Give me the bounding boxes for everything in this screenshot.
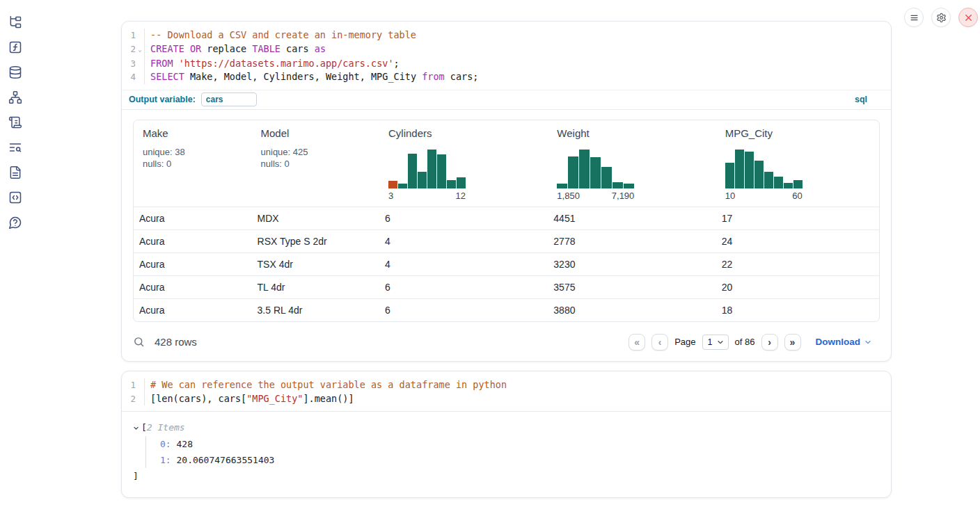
variables-icon[interactable] <box>8 40 22 54</box>
table-row: AcuraMDX6445117 <box>134 207 879 230</box>
line-gutter: 3 <box>122 57 145 71</box>
table-cell: 3230 <box>548 259 716 270</box>
file-tree-icon[interactable] <box>8 15 22 29</box>
last-page-button[interactable]: » <box>784 334 801 351</box>
histogram-bar <box>408 154 417 188</box>
help-icon[interactable] <box>8 216 22 230</box>
code-token: cars; <box>445 71 479 82</box>
table-cell: Acura <box>134 259 252 270</box>
axis-max-label: 12 <box>456 191 466 201</box>
topbar <box>904 8 978 27</box>
histogram-bar <box>437 154 446 188</box>
histogram-bar <box>557 184 567 188</box>
column-label: Model <box>261 127 374 139</box>
pagination: « ‹ Page 1 of 86 › » Download <box>629 334 871 351</box>
code-line: 2[len(cars), cars["MPG_City"].mean()] <box>122 392 891 406</box>
line-number: 1 <box>122 378 136 392</box>
outline-search-icon[interactable] <box>8 140 22 154</box>
code-line-text: SELECT Make, Model, Cylinders, Weight, M… <box>145 70 478 84</box>
column-stat: unique: 38 <box>143 146 246 158</box>
table-cell: Acura <box>134 213 252 224</box>
table-cell: 4451 <box>548 213 716 224</box>
histogram <box>557 150 634 188</box>
output-variable-input[interactable] <box>201 92 257 106</box>
table-cell: MDX <box>252 213 379 224</box>
line-gutter: 1 <box>122 378 145 392</box>
table-cell: 22 <box>716 259 879 270</box>
axis-max-label: 7,190 <box>612 191 635 201</box>
code-token: "MPG_City" <box>246 393 303 404</box>
fold-spacer <box>136 378 144 392</box>
line-number: 2 <box>122 392 136 406</box>
table-row: AcuraTL 4dr6357520 <box>134 275 879 298</box>
table-cell: 3880 <box>548 305 716 316</box>
download-button[interactable]: Download <box>816 337 872 347</box>
code-token: replace <box>201 43 252 54</box>
fold-chevron-icon[interactable]: ⌄ <box>136 42 144 57</box>
table-cell: 6 <box>379 305 548 316</box>
tree-entries: 0: 4281: 20.060747663551403 <box>145 436 880 468</box>
table-cell: Acura <box>134 282 252 293</box>
items-count-label: 2 Items <box>147 421 185 435</box>
sql-code-editor[interactable]: 1-- Download a CSV and create an in-memo… <box>122 22 891 90</box>
table-cell: TL 4dr <box>252 282 379 293</box>
histogram-bar <box>398 184 407 188</box>
dependency-graph-icon[interactable] <box>8 90 22 104</box>
column-header-cylinders[interactable]: Cylinders312 <box>379 120 548 207</box>
first-page-button[interactable]: « <box>629 334 645 351</box>
column-label: Cylinders <box>388 127 542 139</box>
tree-entry-value: 428 <box>171 439 193 449</box>
column-label: Make <box>143 127 246 139</box>
table-cell: 2778 <box>548 236 716 247</box>
chevron-down-icon <box>864 339 871 346</box>
column-header-mpg_city[interactable]: MPG_City1060 <box>716 120 879 207</box>
data-table: Makeunique: 38nulls: 0Modelunique: 425nu… <box>133 120 880 322</box>
search-icon[interactable] <box>133 336 145 348</box>
histogram-bar <box>784 183 793 188</box>
histogram-bar <box>612 182 623 188</box>
histogram <box>388 150 466 188</box>
download-label: Download <box>816 337 861 347</box>
column-header-weight[interactable]: Weight1,8507,190 <box>548 120 716 207</box>
axis-max-label: 60 <box>792 191 802 201</box>
table-cell: 20 <box>716 282 879 293</box>
code-line-text: CREATE OR replace TABLE cars as <box>145 42 326 57</box>
line-gutter: 2 <box>122 392 145 406</box>
previous-page-button[interactable]: ‹ <box>651 334 668 351</box>
documentation-icon[interactable] <box>8 166 22 179</box>
snippets-icon[interactable] <box>8 191 22 204</box>
python-code-editor[interactable]: 1# We can reference the output variable … <box>122 371 891 411</box>
tree-entry: 1: 20.060747663551403 <box>160 452 880 468</box>
next-page-button[interactable]: › <box>761 334 778 351</box>
fold-spacer <box>136 392 144 406</box>
histogram-axis-labels: 312 <box>388 191 466 201</box>
close-icon <box>963 13 974 23</box>
column-stats: unique: 38nulls: 0 <box>143 146 246 170</box>
table-cell: Acura <box>134 236 252 247</box>
menu-button[interactable] <box>904 8 924 27</box>
datasources-icon[interactable] <box>8 65 22 79</box>
column-stat: nulls: 0 <box>261 158 374 170</box>
page-select[interactable]: 1 <box>702 335 729 350</box>
settings-button[interactable] <box>931 8 951 27</box>
column-header-model[interactable]: Modelunique: 425nulls: 0 <box>252 120 380 207</box>
logs-icon[interactable] <box>8 115 22 129</box>
line-number: 1 <box>122 29 136 42</box>
histogram-bar <box>579 150 590 188</box>
column-header-make[interactable]: Makeunique: 38nulls: 0 <box>134 120 252 207</box>
column-label: MPG_City <box>725 127 874 139</box>
table-cell: 3.5 RL 4dr <box>252 305 379 316</box>
sql-cell: 1-- Download a CSV and create an in-memo… <box>121 21 892 362</box>
line-gutter: 4 <box>122 70 145 84</box>
table-row: Acura3.5 RL 4dr6388018 <box>134 298 879 321</box>
histogram-axis-labels: 1,8507,190 <box>557 191 634 201</box>
collapse-chevron-icon[interactable] <box>133 425 141 431</box>
page-select-value: 1 <box>708 337 713 347</box>
axis-min-label: 1,850 <box>557 191 580 201</box>
shutdown-button[interactable] <box>958 8 978 27</box>
histogram-axis-labels: 1060 <box>725 191 803 201</box>
page-of-label: of 86 <box>735 337 755 347</box>
histogram <box>725 150 803 188</box>
table-cell: 24 <box>716 236 879 247</box>
code-line: 3FROM 'https://datasets.marimo.app/cars.… <box>122 57 891 71</box>
